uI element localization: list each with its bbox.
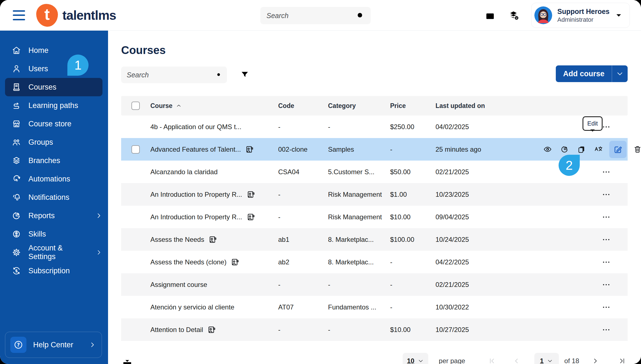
kebab-menu-icon[interactable] (600, 234, 612, 245)
select-all-checkbox[interactable] (131, 102, 140, 110)
course-name[interactable]: An Introduction to Property R... (150, 191, 242, 198)
clone-button[interactable] (575, 143, 588, 156)
search-icon[interactable] (356, 11, 364, 20)
course-thumbnail-icon (209, 235, 217, 244)
chevron-down-icon (616, 70, 624, 78)
column-header-course[interactable]: Course (150, 102, 278, 110)
hamburger-menu-icon[interactable] (13, 10, 25, 20)
filter-icon[interactable] (240, 70, 250, 80)
sidebar-item-course-store[interactable]: Course store (0, 115, 108, 133)
course-header-label: Course (150, 102, 172, 110)
first-page-button[interactable] (486, 355, 498, 364)
chevron-down-icon (615, 11, 623, 19)
column-header-price[interactable]: Price (390, 102, 436, 110)
main-content: Courses Add course Course Code Category (108, 31, 641, 364)
course-price: $50.00 (390, 168, 436, 176)
sidebar-item-reports[interactable]: Reports (0, 206, 108, 225)
course-name-cell[interactable]: Attention to Detail (150, 325, 278, 334)
table-row[interactable]: Alcanzando la claridadCSA045.Customer S.… (121, 161, 628, 183)
course-name-cell[interactable]: Assignment course (150, 281, 278, 289)
course-code: ab2 (278, 258, 328, 266)
table-row[interactable]: Assignment course---02/21/2025 (121, 273, 628, 296)
last-page-button[interactable] (616, 355, 628, 364)
page-select[interactable]: 1 (534, 353, 559, 364)
table-row[interactable]: An Introduction to Property R...-Risk Ma… (121, 183, 628, 206)
course-name[interactable]: Assess the Needs (150, 236, 204, 244)
course-thumbnail-icon (207, 325, 216, 334)
course-stack-icon[interactable] (508, 10, 519, 21)
messages-icon[interactable] (485, 10, 496, 21)
add-course-button[interactable]: Add course (556, 65, 628, 82)
course-search-input[interactable] (127, 71, 216, 79)
course-name-cell[interactable]: An Introduction to Property R... (150, 213, 278, 222)
course-name-cell[interactable]: Atención y servicio al cliente (150, 303, 278, 311)
table-row[interactable]: 4b - Application of our QMS t...--$250.0… (121, 115, 628, 138)
course-name-cell[interactable]: An Introduction to Property R... (150, 190, 278, 199)
sidebar-item-courses[interactable]: Courses (5, 78, 102, 96)
kebab-menu-icon[interactable] (600, 166, 612, 178)
course-name[interactable]: Advanced Features of Talent... (150, 146, 241, 153)
sidebar-item-help-center[interactable]: Help Center (5, 332, 102, 358)
course-name[interactable]: Attention to Detail (150, 326, 203, 334)
course-name-cell[interactable]: Assess the Needs (clone) (150, 258, 278, 267)
column-header-category[interactable]: Category (328, 102, 390, 110)
table-row[interactable]: Assess the Needsab18. Marketplac...$100.… (121, 228, 628, 251)
next-page-button[interactable] (590, 355, 601, 364)
add-course-dropdown[interactable] (612, 65, 628, 82)
edit-button[interactable] (609, 141, 627, 158)
table-row[interactable]: Attention to Detail--$10.0010/27/2025 (121, 318, 628, 341)
sidebar-item-label: Reports (28, 211, 55, 220)
previous-page-button[interactable] (511, 355, 522, 364)
user-menu[interactable]: Support Heroes Administrator (531, 3, 630, 28)
kebab-menu-icon[interactable] (600, 301, 612, 313)
course-name[interactable]: 4b - Application of our QMS t... (150, 123, 241, 131)
sidebar-item-automations[interactable]: Automations (0, 170, 108, 188)
table-row[interactable]: An Introduction to Property R...-Risk Ma… (121, 206, 628, 228)
translate-button[interactable] (592, 143, 605, 156)
delete-button[interactable] (631, 143, 641, 156)
course-name-cell[interactable]: Alcanzando la claridad (150, 168, 278, 176)
sidebar-item-learning-paths[interactable]: Learning paths (0, 96, 108, 115)
course-name[interactable]: Assess the Needs (clone) (150, 258, 226, 266)
ellipsis-icon (601, 122, 611, 132)
brand-logo[interactable]: t talentlms (36, 4, 116, 27)
table-row[interactable]: Atención y servicio al clienteAT07Fundam… (121, 296, 628, 318)
sidebar-item-account-settings[interactable]: Account & Settings (0, 243, 108, 262)
kebab-menu-icon[interactable] (600, 189, 612, 200)
sidebar-item-groups[interactable]: Groups (0, 133, 108, 151)
course-code: 002-clone (278, 146, 328, 153)
course-name[interactable]: An Introduction to Property R... (150, 213, 242, 221)
reports-button[interactable] (558, 143, 571, 156)
table-row[interactable]: Assess the Needs (clone)ab28. Marketplac… (121, 251, 628, 273)
sidebar-item-skills[interactable]: Skills (0, 225, 108, 243)
kebab-menu-icon[interactable] (600, 279, 612, 291)
sidebar-item-subscription[interactable]: Subscription (0, 262, 108, 280)
course-name[interactable]: Assignment course (150, 281, 207, 289)
sidebar-item-users[interactable]: Users (0, 60, 108, 78)
kebab-menu-icon[interactable] (600, 211, 612, 223)
sidebar-item-branches[interactable]: Branches (0, 151, 108, 170)
row-checkbox[interactable] (131, 145, 140, 154)
kebab-menu-icon[interactable] (600, 256, 612, 268)
column-header-updated[interactable]: Last updated on (436, 102, 541, 110)
course-category: Risk Management (328, 191, 390, 198)
search-icon[interactable] (216, 70, 221, 79)
kebab-menu-icon[interactable] (600, 324, 612, 336)
course-name[interactable]: Alcanzando la claridad (150, 168, 218, 176)
add-course-label[interactable]: Add course (556, 65, 612, 82)
user-role: Administrator (557, 16, 610, 24)
course-name-cell[interactable]: 4b - Application of our QMS t... (150, 123, 278, 131)
course-name[interactable]: Atención y servicio al cliente (150, 303, 234, 311)
column-header-code[interactable]: Code (278, 102, 328, 110)
ellipsis-icon (601, 257, 611, 267)
global-search-input[interactable] (266, 12, 356, 20)
course-name-cell[interactable]: Assess the Needs (150, 235, 278, 244)
preview-button[interactable] (541, 143, 554, 156)
export-download-icon[interactable] (121, 355, 133, 364)
course-name-cell[interactable]: Advanced Features of Talent... (150, 145, 278, 154)
table-row[interactable]: Advanced Features of Talent...002-cloneS… (121, 138, 628, 161)
sidebar-item-home[interactable]: Home (0, 41, 108, 60)
per-page-select[interactable]: 10 (403, 353, 428, 364)
course-price: $100.00 (390, 236, 436, 244)
sidebar-item-notifications[interactable]: Notifications (0, 188, 108, 206)
